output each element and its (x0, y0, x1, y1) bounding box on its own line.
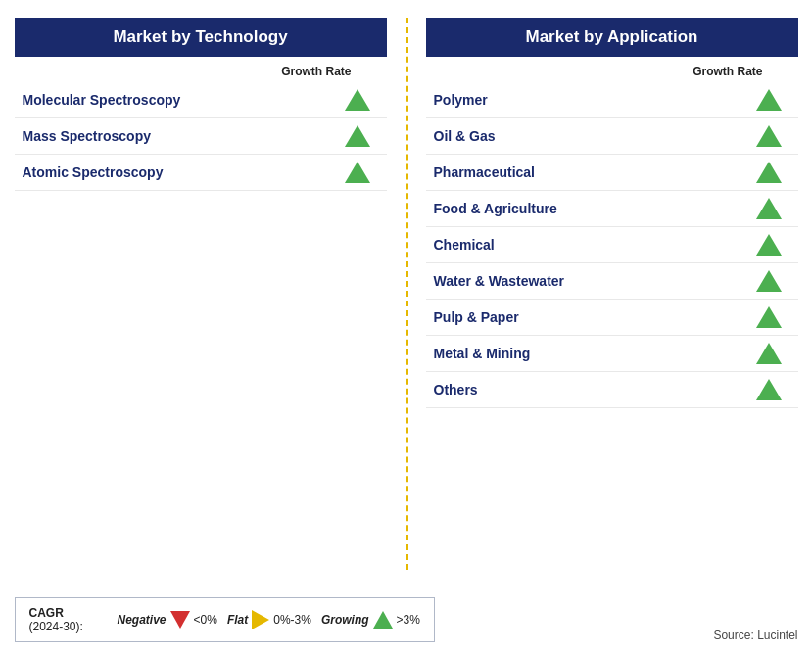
green-up-arrow (756, 306, 782, 328)
up-arrow-icon (340, 89, 379, 111)
growing-range: >3% (397, 613, 420, 627)
up-arrow-icon (751, 234, 790, 256)
legend-negative: Negative <0% (118, 611, 217, 629)
left-item-label: Atomic Spectroscopy (23, 164, 164, 180)
green-up-arrow (345, 89, 370, 111)
up-arrow-icon (751, 125, 790, 147)
bottom-row: CAGR (2024-30): Negative <0% Flat 0%-3% … (15, 580, 798, 642)
negative-range: <0% (194, 613, 217, 627)
right-item-label: Chemical (434, 237, 495, 253)
right-item-row: Metal & Mining (426, 336, 798, 372)
green-up-arrow (756, 343, 782, 364)
source-label: Source: Lucintel (713, 629, 797, 642)
right-growth-rate-label: Growth Rate (426, 65, 798, 78)
up-arrow-icon (340, 162, 379, 183)
right-items-list: PolymerOil & GasPharmaceuticalFood & Agr… (426, 82, 798, 408)
green-up-arrow (756, 270, 782, 292)
cagr-label: CAGR (2024-30): (29, 606, 108, 633)
dashed-divider-line (406, 18, 408, 570)
left-panel-header: Market by Technology (15, 18, 387, 57)
left-growth-rate-label: Growth Rate (15, 65, 387, 78)
right-item-label: Oil & Gas (434, 128, 496, 144)
right-item-label: Food & Agriculture (434, 201, 557, 216)
legend-growing: Growing >3% (321, 611, 420, 629)
right-item-label: Polymer (434, 92, 488, 108)
up-arrow-icon-sm (373, 611, 393, 629)
right-arrow-icon (252, 610, 269, 629)
right-item-label: Others (434, 382, 478, 397)
green-up-arrow (756, 89, 782, 111)
negative-label: Negative (118, 613, 167, 627)
up-arrow-icon (751, 379, 790, 400)
legend: CAGR (2024-30): Negative <0% Flat 0%-3% … (15, 597, 435, 642)
left-item-label: Molecular Spectroscopy (23, 92, 181, 108)
green-up-arrow (756, 162, 782, 183)
up-arrow-icon (751, 270, 790, 292)
up-arrow-icon (751, 306, 790, 328)
right-item-row: Polymer (426, 82, 798, 118)
panel-divider (387, 18, 426, 570)
growing-label: Growing (321, 613, 369, 627)
cagr-text: CAGR (29, 606, 64, 620)
panels-row: Market by Technology Growth Rate Molecul… (15, 18, 798, 570)
right-item-label: Pharmaceutical (434, 164, 536, 180)
right-item-row: Pharmaceutical (426, 155, 798, 191)
green-up-arrow (345, 162, 370, 183)
up-arrow-icon (751, 198, 790, 219)
right-item-row: Water & Wastewater (426, 263, 798, 300)
up-arrow-icon (340, 125, 379, 147)
flat-range: 0%-3% (273, 613, 311, 627)
left-item-row: Mass Spectroscopy (15, 118, 387, 155)
left-item-row: Atomic Spectroscopy (15, 155, 387, 191)
green-up-arrow (345, 125, 370, 147)
right-item-row: Food & Agriculture (426, 191, 798, 227)
up-arrow-icon (751, 162, 790, 183)
left-item-label: Mass Spectroscopy (23, 128, 152, 144)
right-item-label: Water & Wastewater (434, 273, 565, 289)
legend-flat: Flat 0%-3% (227, 610, 311, 629)
year-range: (2024-30): (29, 620, 83, 633)
green-up-arrow (756, 125, 782, 147)
up-arrow-icon (751, 343, 790, 364)
left-panel: Market by Technology Growth Rate Molecul… (15, 18, 387, 570)
up-arrow-icon (751, 89, 790, 111)
left-item-row: Molecular Spectroscopy (15, 82, 387, 118)
left-items-list: Molecular SpectroscopyMass SpectroscopyA… (15, 82, 387, 191)
green-up-arrow (756, 379, 782, 400)
right-panel-header: Market by Application (426, 18, 798, 57)
right-item-label: Metal & Mining (434, 346, 531, 361)
right-item-row: Oil & Gas (426, 118, 798, 155)
main-container: Market by Technology Growth Rate Molecul… (15, 18, 798, 652)
flat-label: Flat (227, 613, 248, 627)
right-item-label: Pulp & Paper (434, 309, 519, 325)
right-item-row: Chemical (426, 227, 798, 263)
green-up-arrow (756, 198, 782, 219)
right-item-row: Others (426, 372, 798, 408)
green-up-arrow (756, 234, 782, 256)
right-panel: Market by Application Growth Rate Polyme… (426, 18, 798, 570)
right-item-row: Pulp & Paper (426, 300, 798, 336)
down-arrow-icon (170, 611, 190, 629)
